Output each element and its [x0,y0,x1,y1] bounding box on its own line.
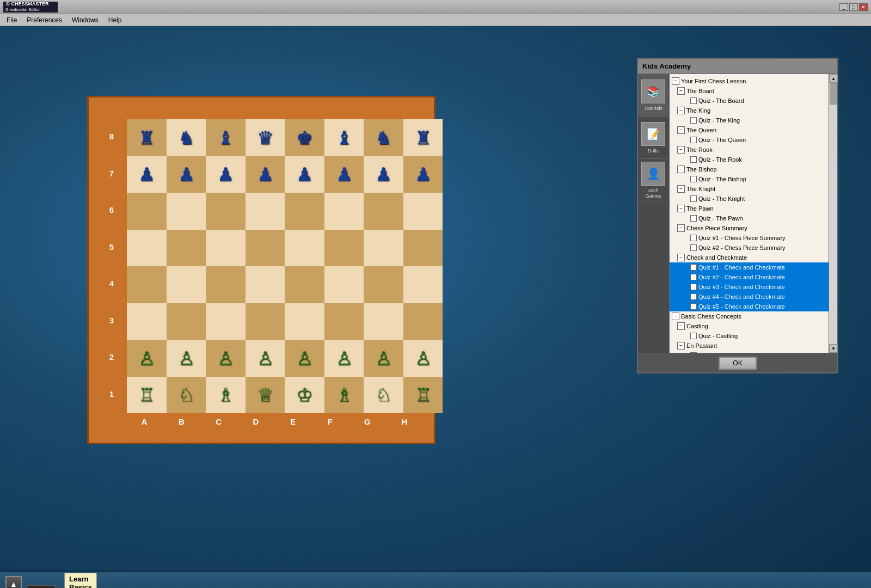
square-e3[interactable] [285,303,324,340]
scroll-down-arrow[interactable]: ▼ [829,344,838,353]
square-g3[interactable] [364,303,403,340]
square-e7[interactable]: ♟ [285,156,324,193]
square-e4[interactable] [285,266,324,303]
tree-checkbox-icon[interactable] [690,117,697,124]
square-f2[interactable]: ♙ [324,340,364,377]
sidebar-tutorials[interactable]: 📚 Tutorials [638,74,668,117]
sidebar-drills[interactable]: 📝 Drills [638,117,668,159]
tree-checkbox-icon[interactable] [690,264,697,271]
tree-toggle-icon[interactable]: − [672,77,679,85]
tree-checkbox-icon[interactable] [690,244,697,251]
tree-item[interactable]: Quiz - The Bishop [670,174,829,184]
square-d8[interactable]: ♛ [246,119,285,156]
square-g6[interactable] [364,193,403,230]
square-b3[interactable] [167,303,206,340]
square-h8[interactable]: ♜ [403,119,443,156]
tree-toggle-icon[interactable]: − [677,342,685,350]
square-f7[interactable]: ♟ [324,156,364,193]
tree-checkbox-icon[interactable] [690,274,697,280]
square-e2[interactable]: ♙ [285,340,324,377]
square-a5[interactable] [127,230,167,267]
scroll-up-arrow[interactable]: ▲ [829,74,838,83]
tree-item[interactable]: Quiz - Castling [670,331,829,341]
tree-item[interactable]: −The Queen [670,125,829,135]
square-e5[interactable] [285,230,324,267]
minimize-button[interactable]: _ [839,3,848,11]
square-d7[interactable]: ♟ [246,156,285,193]
arrow-up-button[interactable]: ▲ [5,576,22,588]
square-c2[interactable]: ♙ [206,340,246,377]
square-g8[interactable]: ♞ [364,119,403,156]
tree-toggle-icon[interactable]: − [677,205,685,212]
tree-item[interactable]: −The Pawn [670,204,829,213]
square-f4[interactable] [324,266,364,303]
menu-help[interactable]: Help [104,15,126,25]
tree-checkbox-icon[interactable] [690,156,697,163]
square-d4[interactable] [246,266,285,303]
tree-checkbox-icon[interactable] [690,176,697,182]
tree-toggle-icon[interactable]: − [677,322,685,330]
square-g7[interactable]: ♟ [364,156,403,193]
scroll-track[interactable] [829,83,837,344]
tree-checkbox-icon[interactable] [690,97,697,104]
square-a8[interactable]: ♜ [127,119,167,156]
tree-checkbox-icon[interactable] [690,352,697,353]
tree-item[interactable]: −En Passant [670,341,829,351]
tree-item[interactable]: Quiz #1 - Chess Piece Summary [670,233,829,243]
menu-file[interactable]: File [2,15,21,25]
square-f6[interactable] [324,193,364,230]
title-bar-controls[interactable]: _ □ ✕ [839,3,868,11]
tree-checkbox-icon[interactable] [690,303,697,310]
square-a7[interactable]: ♟ [127,156,167,193]
tree-toggle-icon[interactable]: − [677,107,685,114]
tree-item[interactable]: Quiz #5 - Check and Checkmate [670,302,829,311]
square-h2[interactable]: ♙ [403,340,443,377]
tree-item[interactable]: −The Board [670,86,829,96]
square-c5[interactable] [206,230,246,267]
tree-item[interactable]: −The King [670,106,829,115]
square-b4[interactable] [167,266,206,303]
square-f5[interactable] [324,230,364,267]
square-g1[interactable]: ♘ [364,377,403,414]
square-c3[interactable] [206,303,246,340]
close-button[interactable]: ✕ [859,3,868,11]
maximize-button[interactable]: □ [849,3,858,11]
tree-toggle-icon[interactable]: − [677,166,685,173]
square-e6[interactable] [285,193,324,230]
tree-toggle-icon[interactable]: − [677,185,685,193]
tree-item[interactable]: Quiz - The Queen [670,135,829,145]
tree-toggle-icon[interactable]: − [677,87,685,95]
tree-toggle-icon[interactable]: − [677,146,685,154]
square-b6[interactable] [167,193,206,230]
tree-item[interactable]: −Basic Chess Concepts [670,311,829,321]
tree-checkbox-icon[interactable] [690,137,697,143]
square-h5[interactable] [403,230,443,267]
tree-checkbox-icon[interactable] [690,284,697,290]
tree-item[interactable]: −The Bishop [670,164,829,174]
tree-item[interactable]: Quiz #2 - Chess Piece Summary [670,243,829,253]
square-e1[interactable]: ♔ [285,377,324,414]
tree-item[interactable]: Quiz #2 - Check and Checkmate [670,272,829,282]
square-d1[interactable]: ♕ [246,377,285,414]
tree-item[interactable]: Quiz - The King [670,115,829,125]
sidebar-josh-games[interactable]: 👤 JoshGames [638,159,668,201]
tree-item[interactable]: Quiz - The Knight [670,194,829,204]
square-a6[interactable] [127,193,167,230]
square-h4[interactable] [403,266,443,303]
square-c8[interactable]: ♝ [206,119,246,156]
square-h1[interactable]: ♖ [403,377,443,414]
tree-item[interactable]: Quiz - The Board [670,96,829,106]
square-b8[interactable]: ♞ [167,119,206,156]
tree-toggle-icon[interactable]: − [677,224,685,232]
square-f8[interactable]: ♝ [324,119,364,156]
tree-toggle-icon[interactable]: − [672,313,679,320]
tree-item[interactable]: Quiz - The Pawn [670,213,829,223]
tree-item[interactable]: Quiz #3 - Check and Checkmate [670,282,829,292]
tree-checkbox-icon[interactable] [690,293,697,300]
tree-item[interactable]: Quiz - The Rook [670,155,829,164]
square-b5[interactable] [167,230,206,267]
tree-toggle-icon[interactable]: − [677,126,685,134]
tree-toggle-icon[interactable]: − [677,254,685,261]
tree-item[interactable]: −Check and Checkmate [670,253,829,262]
menu-preferences[interactable]: Preferences [22,15,66,25]
